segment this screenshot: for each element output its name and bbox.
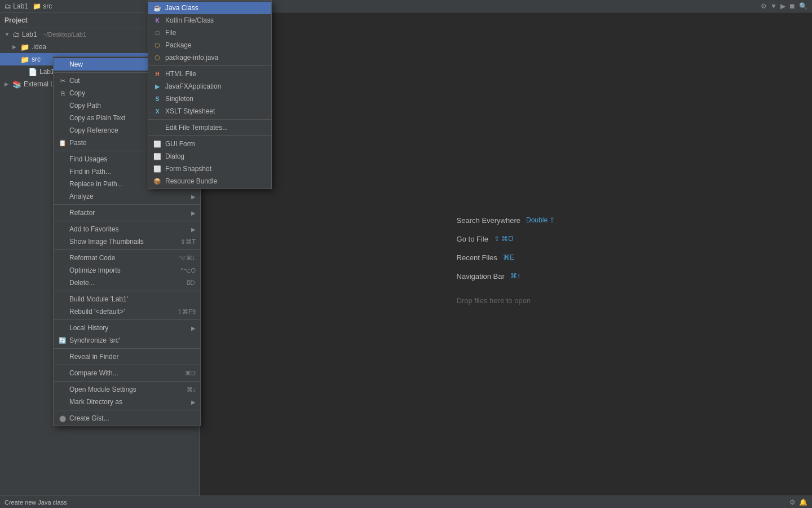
recent-files-label: Recent Files (457, 253, 497, 262)
title-bar: 🗂 Lab1 📁 src ⚙ ▼ ▶ ⏹ 🔍 (0, 0, 812, 12)
recent-files-shortcut: ⌘E (503, 253, 514, 261)
tree-label-lab1: Lab1 (22, 30, 37, 38)
submenu-label-kotlin-file: Kotlin File/Class (165, 16, 214, 24)
navigation-bar-shortcut: ⌘↑ (510, 272, 520, 280)
submenu-label-form-snapshot: Form Snapshot (165, 165, 211, 173)
submenu-package-info[interactable]: ⬡ package-info.java (148, 51, 271, 64)
separator-11 (54, 410, 200, 410)
menu-item-reformat[interactable]: Reformat Code ⌥⌘L (54, 252, 200, 264)
status-text: Create new Java class (5, 499, 67, 506)
menu-shortcut-rebuild: ⇧⌘F9 (177, 308, 196, 316)
menu-label-favorites: Add to Favorites (69, 225, 187, 233)
toolbar-icon-5[interactable]: 🔍 (799, 2, 807, 10)
menu-icon-mark-dir (58, 397, 67, 406)
menu-item-compare[interactable]: Compare With... ⌘D (54, 367, 200, 379)
menu-item-build[interactable]: Build Module 'Lab1' (54, 293, 200, 305)
toolbar-icon-1[interactable]: ⚙ (761, 2, 767, 10)
status-icons: ⚙ 🔔 (789, 498, 807, 506)
submenu-html[interactable]: H HTML File (148, 68, 271, 80)
separator-3 (54, 204, 200, 205)
icon-java-class: ☕ (153, 3, 162, 12)
icon-kotlin-file: K (153, 16, 162, 25)
submenu-label-dialog: Dialog (165, 152, 184, 160)
menu-icon-open-module (58, 385, 67, 394)
submenu-xslt[interactable]: X XSLT Stylesheet (148, 105, 271, 117)
submenu-label-html: HTML File (165, 70, 196, 78)
menu-item-reveal[interactable]: Reveal in Finder (54, 351, 200, 363)
menu-item-synchronize[interactable]: 🔄 Synchronize 'src' (54, 334, 200, 347)
menu-label-reveal: Reveal in Finder (69, 353, 196, 361)
menu-item-open-module[interactable]: Open Module Settings ⌘↓ (54, 383, 200, 396)
title-lab1: 🗂 Lab1 (5, 2, 28, 10)
submenu-gui-form[interactable]: ⬜ GUI Form (148, 138, 271, 150)
submenu-label-javafx: JavaFXApplication (165, 82, 221, 90)
icon-src: 📁 (20, 55, 29, 64)
icon-html: H (153, 69, 162, 78)
menu-label-refactor: Refactor (69, 209, 187, 217)
menu-icon-optimize (58, 266, 67, 275)
menu-shortcut-open-module: ⌘↓ (187, 386, 196, 393)
menu-item-local-history[interactable]: Local History ▶ (54, 322, 200, 334)
submenu-kotlin-file[interactable]: K Kotlin File/Class (148, 14, 271, 27)
menu-icon-reformat (58, 253, 67, 262)
submenu-form-snapshot[interactable]: ⬜ Form Snapshot (148, 163, 271, 175)
submenu-label-java-class: Java Class (165, 4, 198, 12)
menu-item-mark-dir[interactable]: Mark Directory as ▶ (54, 396, 200, 408)
icon-form-snapshot: ⬜ (153, 164, 162, 173)
submenu-java-class[interactable]: ☕ Java Class (148, 2, 271, 14)
icon-gui-form: ⬜ (153, 139, 162, 148)
submenu-file[interactable]: □ File (148, 27, 271, 39)
go-to-file-item[interactable]: Go to File ⇧ ⌘O (457, 235, 555, 243)
panel-title: Project (5, 16, 28, 24)
submenu-singleton[interactable]: S Singleton (148, 93, 271, 105)
tree-path-lab1: ~/Desktop/Lab1 (43, 31, 86, 38)
menu-shortcut-reformat: ⌥⌘L (179, 255, 196, 262)
menu-icon-local-history (58, 323, 67, 332)
icon-edit-templates (153, 123, 162, 132)
menu-item-optimize[interactable]: Optimize Imports ^⌥O (54, 264, 200, 277)
menu-icon-cut: ✂ (58, 76, 67, 85)
menu-label-build: Build Module 'Lab1' (69, 295, 196, 303)
menu-label-reformat: Reformat Code (69, 254, 176, 262)
toolbar-icon-2[interactable]: ▼ (770, 2, 777, 10)
menu-icon-analyze (58, 192, 67, 201)
menu-label-rebuild: Rebuild '<default>' (69, 308, 175, 316)
recent-files-item[interactable]: Recent Files ⌘E (457, 253, 555, 262)
menu-item-favorites[interactable]: Add to Favorites ▶ (54, 223, 200, 235)
menu-item-create-gist[interactable]: ⬤ Create Gist... (54, 412, 200, 424)
go-to-file-label: Go to File (457, 235, 488, 243)
status-alerts-icon[interactable]: 🔔 (799, 498, 807, 506)
submenu-package[interactable]: ⬡ Package (148, 39, 271, 51)
navigation-bar-item[interactable]: Navigation Bar ⌘↑ (457, 272, 555, 281)
icon-package-info: ⬡ (153, 53, 162, 62)
drop-text: Drop files here to open (457, 296, 531, 305)
submenu-edit-templates[interactable]: Edit File Templates... (148, 121, 271, 134)
submenu-label-gui-form: GUI Form (165, 140, 195, 148)
search-everywhere-label: Search Everywhere (457, 216, 520, 225)
separator-5 (54, 249, 200, 250)
submenu-dialog[interactable]: ⬜ Dialog (148, 150, 271, 163)
quick-access: Search Everywhere Double ⇧ Go to File ⇧ … (434, 194, 578, 327)
submenu-label-file: File (165, 29, 176, 37)
search-everywhere-item[interactable]: Search Everywhere Double ⇧ (457, 216, 555, 225)
menu-icon-delete (58, 278, 67, 287)
menu-item-rebuild[interactable]: Rebuild '<default>' ⇧⌘F9 (54, 305, 200, 318)
status-settings-icon[interactable]: ⚙ (789, 498, 796, 506)
menu-item-delete[interactable]: Delete... ⌦ (54, 277, 200, 289)
icon-package: ⬡ (153, 41, 162, 50)
menu-item-refactor[interactable]: Refactor ▶ (54, 207, 200, 219)
toolbar-icon-3[interactable]: ▶ (780, 2, 785, 10)
submenu-sep-1 (148, 65, 271, 66)
toolbar-icon-4[interactable]: ⏹ (789, 2, 796, 10)
menu-arrow-favorites: ▶ (191, 226, 196, 233)
menu-arrow-mark-dir: ▶ (191, 399, 196, 405)
tree-label-idea: .idea (32, 43, 46, 51)
submenu-resource-bundle[interactable]: 📦 Resource Bundle (148, 175, 271, 187)
arrow-external: ▶ (5, 81, 10, 87)
title-bar-icons: ⚙ ▼ ▶ ⏹ 🔍 (761, 2, 807, 10)
menu-item-analyze[interactable]: Analyze ▶ (54, 190, 200, 203)
menu-item-thumbnails[interactable]: Show Image Thumbnails ⇧⌘T (54, 235, 200, 248)
icon-xslt: X (153, 107, 162, 116)
submenu-javafx[interactable]: ▶ JavaFXApplication (148, 80, 271, 93)
submenu-label-xslt: XSLT Stylesheet (165, 107, 215, 115)
